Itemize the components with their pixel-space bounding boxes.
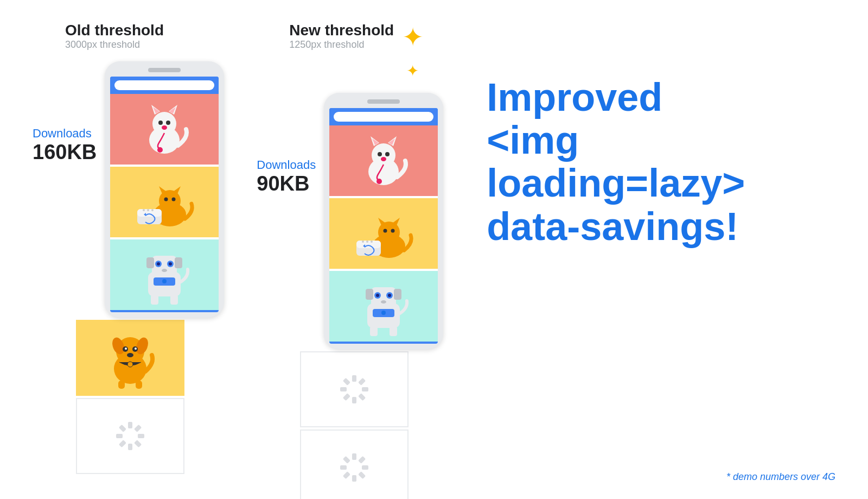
old-downloads-text: Downloads <box>33 127 92 141</box>
new-loading-icon-2 <box>338 451 371 484</box>
svg-point-30 <box>162 269 167 272</box>
svg-point-1 <box>152 112 176 136</box>
new-threshold-column: New threshold 1250px threshold ✦✦ Downlo… <box>257 22 443 499</box>
new-phone-screen <box>329 108 438 344</box>
old-dog-card <box>110 239 219 310</box>
svg-rect-98 <box>352 453 356 460</box>
svg-rect-49 <box>138 434 144 438</box>
new-loading-icon-1 <box>338 373 371 406</box>
old-loading-card <box>76 398 184 474</box>
new-phone-notch <box>367 99 400 104</box>
new-cat-card <box>329 125 438 196</box>
svg-point-84 <box>388 294 391 297</box>
orange-cat-svg <box>132 171 197 233</box>
svg-rect-47 <box>128 422 132 428</box>
svg-point-14 <box>164 197 168 201</box>
robot-dog-svg <box>135 242 194 307</box>
svg-point-43 <box>127 353 133 357</box>
svg-rect-17 <box>137 209 162 217</box>
svg-rect-88 <box>370 326 378 336</box>
svg-point-63 <box>381 157 386 161</box>
svg-point-62 <box>385 152 390 156</box>
new-download-size: 90KB <box>257 172 309 195</box>
old-phone-screen <box>110 77 219 312</box>
svg-rect-24 <box>146 257 154 268</box>
svg-rect-92 <box>362 387 368 391</box>
svg-point-85 <box>381 300 386 304</box>
svg-point-83 <box>376 294 379 297</box>
svg-point-74 <box>366 241 368 243</box>
svg-rect-80 <box>394 289 401 300</box>
svg-rect-72 <box>356 241 381 248</box>
main-container: Old threshold 3000px threshold Downloads… <box>0 0 868 499</box>
sparkle-icon: ✦✦ <box>402 22 424 82</box>
svg-rect-45 <box>118 381 125 389</box>
new-loading-card-1 <box>300 351 409 427</box>
svg-rect-105 <box>343 456 350 464</box>
svg-point-7 <box>166 121 170 125</box>
svg-point-19 <box>147 209 149 211</box>
new-orange-cat-card <box>329 198 438 269</box>
svg-rect-103 <box>343 471 350 479</box>
new-url-bar <box>334 112 433 122</box>
svg-rect-52 <box>119 440 126 447</box>
improved-line2: <img loading=lazy> <box>487 118 745 205</box>
new-outside-images <box>295 351 409 499</box>
svg-rect-89 <box>390 326 397 336</box>
new-phone-frame <box>324 93 443 349</box>
yellow-dog-svg <box>98 325 163 390</box>
svg-rect-96 <box>340 387 347 391</box>
old-url-bar <box>114 80 214 90</box>
old-threshold-subtitle: 3000px threshold <box>65 39 164 50</box>
old-browser-bar <box>110 77 219 94</box>
improved-line3: data-savings! <box>487 205 738 248</box>
demo-note: * demo numbers over 4G <box>726 471 835 483</box>
svg-point-61 <box>378 152 382 156</box>
right-content: Improved <img loading=lazy> data-savings… <box>443 22 835 259</box>
svg-rect-25 <box>175 257 182 268</box>
svg-rect-93 <box>358 393 366 401</box>
svg-point-87 <box>381 311 386 315</box>
svg-rect-48 <box>134 425 142 432</box>
new-orange-cat-svg <box>351 203 416 265</box>
svg-rect-51 <box>128 444 132 450</box>
old-yellow-dog-card <box>76 320 184 396</box>
svg-point-29 <box>169 262 172 266</box>
svg-rect-104 <box>340 465 347 470</box>
svg-point-42 <box>135 348 137 350</box>
svg-point-9 <box>157 147 163 153</box>
old-phone-content <box>110 94 219 310</box>
improved-line1: Improved <box>487 75 662 119</box>
svg-rect-78 <box>371 287 396 308</box>
svg-rect-90 <box>352 375 356 382</box>
svg-rect-94 <box>352 397 356 403</box>
svg-rect-46 <box>136 381 142 389</box>
new-threshold-title: New threshold <box>289 22 394 39</box>
new-browser-bar <box>329 108 438 125</box>
new-download-label: Downloads 90KB <box>257 93 324 195</box>
new-threshold-subtitle: 1250px threshold <box>289 39 394 50</box>
svg-point-6 <box>158 121 163 125</box>
svg-rect-34 <box>170 295 178 305</box>
new-phone-content <box>329 125 438 342</box>
svg-rect-97 <box>343 378 350 386</box>
svg-rect-101 <box>358 471 366 479</box>
old-outside-images <box>71 320 184 476</box>
svg-rect-102 <box>352 475 356 482</box>
old-phone-notch <box>148 68 181 72</box>
svg-point-20 <box>151 209 154 211</box>
new-downloads-text: Downloads <box>257 158 316 172</box>
svg-point-8 <box>162 125 167 130</box>
svg-point-64 <box>376 179 382 184</box>
svg-rect-79 <box>366 289 373 300</box>
svg-point-56 <box>372 143 395 167</box>
svg-rect-99 <box>358 456 366 464</box>
improved-title: Improved <img loading=lazy> data-savings… <box>487 76 835 248</box>
svg-point-73 <box>362 241 364 243</box>
old-download-size: 160KB <box>33 141 97 164</box>
svg-point-75 <box>371 241 373 243</box>
new-robot-dog-svg <box>354 274 413 339</box>
svg-rect-54 <box>119 425 126 432</box>
svg-rect-95 <box>343 393 350 401</box>
old-threshold-column: Old threshold 3000px threshold Downloads… <box>33 22 224 476</box>
